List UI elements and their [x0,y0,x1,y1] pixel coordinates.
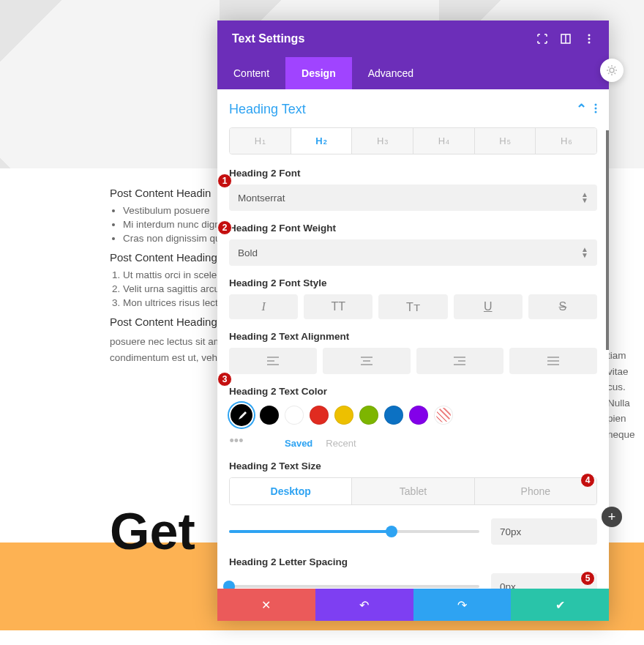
weight-select[interactable]: Bold ▲▼ [229,239,597,266]
annotation-4: 4 [580,473,595,488]
color-swatch-purple[interactable] [409,406,428,425]
label-alignment: Heading 2 Text Alignment [229,331,597,342]
htab-h5[interactable]: H5 [475,128,536,154]
select-arrows-icon: ▲▼ [581,247,588,258]
color-swatch-green[interactable] [359,406,378,425]
focus-icon[interactable] [537,34,547,44]
svg-point-7 [595,111,597,113]
align-right-button[interactable] [416,348,504,374]
text-size-slider[interactable] [229,530,479,533]
device-tabs: Desktop Tablet Phone [229,477,597,505]
htab-h6[interactable]: H6 [536,128,596,154]
gear-icon[interactable] [600,59,624,82]
panel-header[interactable]: Text Settings [217,20,609,57]
weight-select-value: Bold [238,247,258,258]
saved-colors-tab[interactable]: Saved [285,438,312,449]
svg-point-3 [588,38,591,40]
section-more-icon[interactable] [594,102,597,117]
panel-title: Text Settings [232,32,304,45]
panel-footer: ✕ ↶ ↷ ✔ [217,589,609,621]
color-more-icon[interactable]: ••• [229,437,244,444]
font-style-buttons: I TT Tᴛ U S [229,294,597,319]
settings-panel: Text Settings Content Design Advanced He… [217,20,609,621]
color-palette-tabs: Saved Recent [285,438,356,449]
columns-icon[interactable] [561,34,571,44]
font-select[interactable]: Montserrat ▲▼ [229,184,597,211]
scrollbar[interactable] [606,130,609,350]
svg-point-6 [595,107,597,109]
annotation-5: 5 [580,571,595,586]
annotation-2: 2 [217,220,232,235]
overflow-text: tiam vitae cus. Nulla pien neque [607,348,644,443]
more-icon[interactable] [584,34,594,44]
save-button[interactable]: ✔ [511,589,609,621]
svg-point-8 [610,68,614,72]
main-tabs: Content Design Advanced [217,57,609,89]
hero-heading: Get [110,502,195,561]
align-justify-button[interactable] [509,348,597,374]
device-tablet-tab[interactable]: Tablet [352,478,474,504]
tab-advanced[interactable]: Advanced [352,57,430,89]
color-picker-button[interactable] [229,403,254,428]
label-size: Heading 2 Text Size [229,461,597,471]
tab-content[interactable]: Content [217,57,285,89]
align-center-button[interactable] [323,348,411,374]
strikethrough-button[interactable]: S [528,294,597,319]
add-button[interactable]: + [602,507,622,527]
cancel-button[interactable]: ✕ [217,589,315,621]
recent-colors-tab[interactable]: Recent [326,438,356,449]
collapse-icon[interactable]: ⌃ [576,101,587,117]
svg-point-4 [588,42,591,44]
svg-point-5 [595,103,597,105]
heading-level-tabs: H1 H2 H3 H4 H5 H6 [229,127,597,154]
htab-h2[interactable]: H2 [291,128,353,154]
design-pane: Heading Text ⌃ H1 H2 H3 H4 H5 H6 Heading… [217,89,609,589]
font-select-value: Montserrat [238,193,285,204]
italic-button[interactable]: I [229,294,298,319]
htab-h3[interactable]: H3 [352,128,413,154]
device-desktop-tab[interactable]: Desktop [230,478,352,504]
label-font: Heading 2 Font [229,168,597,179]
color-swatch-white[interactable] [285,406,304,425]
uppercase-button[interactable]: TT [304,294,372,319]
tab-design[interactable]: Design [285,57,352,89]
label-style: Heading 2 Font Style [229,277,597,288]
label-color: Heading 2 Text Color [229,386,597,397]
color-swatch-transparent[interactable] [434,406,453,425]
svg-point-2 [588,34,591,37]
color-swatch-blue[interactable] [384,406,403,425]
select-arrows-icon: ▲▼ [581,192,588,204]
color-swatch-red[interactable] [310,406,329,425]
section-title-label: Heading Text [229,102,306,117]
color-swatch-yellow[interactable] [334,406,353,425]
smallcaps-button[interactable]: Tᴛ [378,294,447,319]
text-size-input[interactable] [491,518,597,545]
color-swatches [229,403,597,428]
htab-h1[interactable]: H1 [230,128,291,154]
htab-h4[interactable]: H4 [413,128,475,154]
color-swatch-black[interactable] [260,406,279,425]
section-heading-text[interactable]: Heading Text ⌃ [229,101,597,117]
align-left-button[interactable] [229,348,317,374]
label-weight: Heading 2 Font Weight [229,223,597,234]
undo-button[interactable]: ↶ [315,589,413,621]
annotation-1: 1 [217,174,232,188]
annotation-3: 3 [217,372,232,387]
redo-button[interactable]: ↷ [413,589,512,621]
underline-button[interactable]: U [454,294,523,319]
letter-spacing-slider[interactable] [229,585,479,588]
device-phone-tab[interactable]: Phone [475,478,596,504]
alignment-buttons [229,348,597,374]
label-spacing: Heading 2 Letter Spacing [229,556,597,567]
